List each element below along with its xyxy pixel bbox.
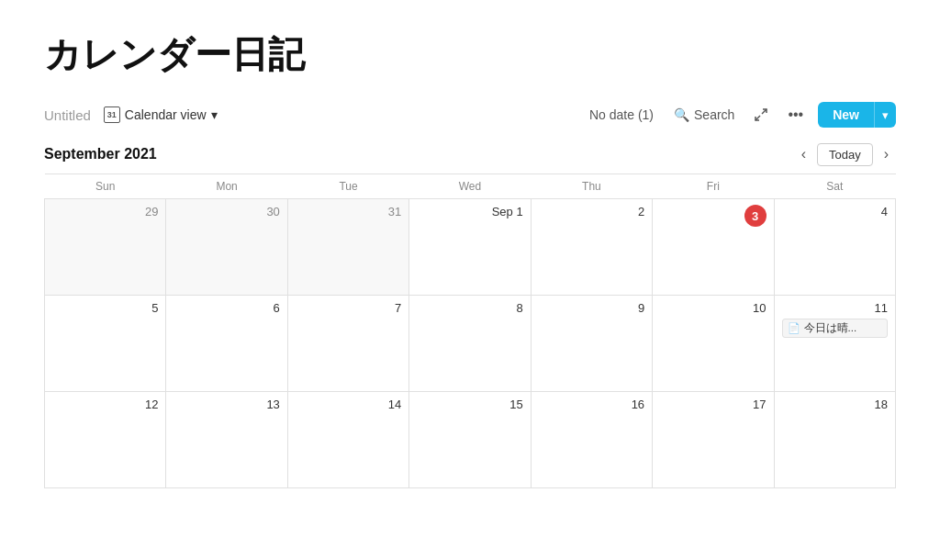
date-number: Sep 1 xyxy=(417,205,522,218)
calendar-cell[interactable]: 10 xyxy=(653,296,774,392)
date-number: 30 xyxy=(173,205,279,218)
event-item[interactable]: 📄今日は晴... xyxy=(782,319,888,338)
next-month-button[interactable]: › xyxy=(877,142,896,166)
calendar-header-row: Sun Mon Tue Wed Thu Fri Sat xyxy=(45,174,896,199)
calendar-cell[interactable]: 30 xyxy=(166,199,287,296)
day-header-tue: Tue xyxy=(287,174,408,199)
expand-icon-button[interactable] xyxy=(749,105,773,125)
event-title: 今日は晴... xyxy=(804,321,857,335)
date-number: 6 xyxy=(173,301,279,315)
chevron-down-icon: ▾ xyxy=(882,108,889,122)
calendar-cell[interactable]: 8 xyxy=(409,296,531,392)
day-header-thu: Thu xyxy=(531,174,652,199)
calendar-cell[interactable]: 2 xyxy=(531,199,652,296)
calendar-cell[interactable]: 15 xyxy=(409,392,531,488)
calendar-container: September 2021 ‹ Today › Sun Mon Tue Wed… xyxy=(44,142,896,488)
date-number: 13 xyxy=(173,398,279,411)
prev-month-button[interactable]: ‹ xyxy=(794,142,813,166)
calendar-view-button[interactable]: 31 Calendar view ▾ xyxy=(98,103,223,127)
document-icon: 📄 xyxy=(788,322,800,334)
today-button[interactable]: Today xyxy=(817,143,873,166)
date-number: 8 xyxy=(417,301,522,315)
date-number: 17 xyxy=(660,398,766,411)
day-header-mon: Mon xyxy=(166,174,287,199)
calendar-cell[interactable]: 7 xyxy=(287,296,408,392)
calendar-cell[interactable]: 29 xyxy=(45,199,166,296)
date-number: 31 xyxy=(296,205,401,218)
new-dropdown-button[interactable]: ▾ xyxy=(874,102,896,128)
date-number: 18 xyxy=(782,398,888,411)
day-header-sun: Sun xyxy=(45,174,166,199)
calendar-cell[interactable]: 9 xyxy=(531,296,652,392)
calendar-cell[interactable]: 31 xyxy=(287,199,408,296)
date-number: 5 xyxy=(52,301,158,315)
date-number: 4 xyxy=(782,205,888,218)
today-date-number: 3 xyxy=(744,205,767,227)
date-number: 7 xyxy=(296,301,401,315)
calendar-nav-right: ‹ Today › xyxy=(794,142,896,166)
calendar-cell[interactable]: 4 xyxy=(774,199,895,296)
calendar-cell[interactable]: Sep 1 xyxy=(409,199,531,296)
search-button[interactable]: 🔍 Search xyxy=(668,104,740,126)
calendar-cell[interactable]: 3 xyxy=(653,199,774,296)
date-number: 15 xyxy=(417,398,522,411)
toolbar-left: Untitled 31 Calendar view ▾ xyxy=(44,103,576,127)
date-number: 16 xyxy=(539,398,644,411)
date-number: 29 xyxy=(52,205,158,218)
date-number: 11 xyxy=(782,301,888,315)
date-number: 14 xyxy=(296,398,401,411)
more-options-button[interactable]: ••• xyxy=(782,103,809,127)
page-title: カレンダー日記 xyxy=(44,29,896,80)
toolbar-right: No date (1) 🔍 Search ••• New ▾ xyxy=(584,102,896,128)
day-header-fri: Fri xyxy=(653,174,774,199)
calendar-view-label: Calendar view xyxy=(125,107,207,122)
date-number: 9 xyxy=(539,301,644,315)
day-header-wed: Wed xyxy=(409,174,531,199)
toolbar: Untitled 31 Calendar view ▾ No date (1) … xyxy=(44,102,896,128)
calendar-week-2: 12131415161718 xyxy=(45,392,896,488)
search-label: Search xyxy=(694,107,734,122)
calendar-nav: September 2021 ‹ Today › xyxy=(44,142,896,166)
new-button-container: New ▾ xyxy=(818,102,896,128)
date-number: 10 xyxy=(660,301,766,315)
day-header-sat: Sat xyxy=(774,174,895,199)
calendar-cell[interactable]: 12 xyxy=(45,392,166,488)
no-date-button[interactable]: No date (1) xyxy=(584,104,659,126)
calendar-cell[interactable]: 13 xyxy=(166,392,287,488)
calendar-week-1: 567891011📄今日は晴... xyxy=(45,296,896,392)
calendar-cell[interactable]: 5 xyxy=(45,296,166,392)
date-number: 2 xyxy=(539,205,644,218)
calendar-cell[interactable]: 18 xyxy=(774,392,895,488)
search-icon: 🔍 xyxy=(674,107,689,122)
calendar-grid: Sun Mon Tue Wed Thu Fri Sat 293031Sep 12… xyxy=(44,174,896,488)
page-container: カレンダー日記 Untitled 31 Calendar view ▾ No d… xyxy=(0,0,940,488)
calendar-cell[interactable]: 16 xyxy=(531,392,652,488)
calendar-cell[interactable]: 17 xyxy=(653,392,774,488)
calendar-month-year: September 2021 xyxy=(44,146,157,162)
calendar-cell[interactable]: 14 xyxy=(287,392,408,488)
new-button[interactable]: New xyxy=(818,102,874,128)
calendar-cell[interactable]: 6 xyxy=(166,296,287,392)
calendar-icon: 31 xyxy=(104,106,120,123)
date-number: 12 xyxy=(52,398,158,411)
untitled-label[interactable]: Untitled xyxy=(44,107,91,123)
calendar-week-0: 293031Sep 1234 xyxy=(45,199,896,296)
calendar-cell[interactable]: 11📄今日は晴... xyxy=(774,296,895,392)
chevron-down-icon: ▾ xyxy=(211,107,218,122)
